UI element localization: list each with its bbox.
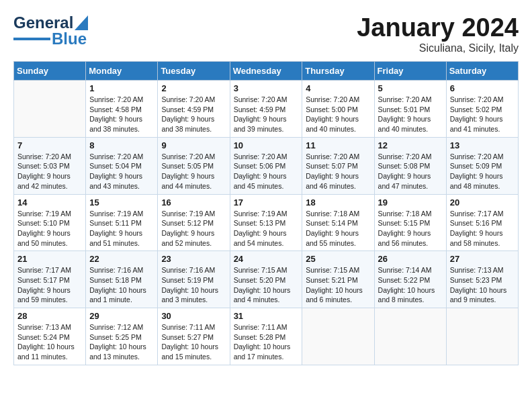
day-number: 21 <box>17 254 82 264</box>
calendar-cell: 13Sunrise: 7:20 AM Sunset: 5:09 PM Dayli… <box>446 137 518 194</box>
calendar-cell <box>302 308 374 365</box>
day-info: Sunrise: 7:20 AM Sunset: 5:06 PM Dayligh… <box>234 152 299 191</box>
day-number: 14 <box>17 197 82 208</box>
day-number: 8 <box>89 140 154 150</box>
calendar-cell: 23Sunrise: 7:16 AM Sunset: 5:19 PM Dayli… <box>158 251 230 308</box>
calendar-cell: 18Sunrise: 7:18 AM Sunset: 5:14 PM Dayli… <box>302 194 374 251</box>
weekday-monday: Monday <box>86 62 158 81</box>
day-number: 17 <box>234 197 299 208</box>
day-info: Sunrise: 7:13 AM Sunset: 5:23 PM Dayligh… <box>450 265 515 305</box>
calendar-cell <box>374 308 446 365</box>
calendar-cell: 5Sunrise: 7:20 AM Sunset: 5:01 PM Daylig… <box>374 81 446 138</box>
calendar-cell: 14Sunrise: 7:19 AM Sunset: 5:10 PM Dayli… <box>14 194 86 251</box>
day-info: Sunrise: 7:19 AM Sunset: 5:11 PM Dayligh… <box>89 209 154 248</box>
day-info: Sunrise: 7:18 AM Sunset: 5:15 PM Dayligh… <box>378 209 443 248</box>
week-row-4: 21Sunrise: 7:17 AM Sunset: 5:17 PM Dayli… <box>14 251 519 308</box>
calendar-cell: 27Sunrise: 7:13 AM Sunset: 5:23 PM Dayli… <box>446 251 518 308</box>
calendar-cell: 24Sunrise: 7:15 AM Sunset: 5:20 PM Dayli… <box>230 251 302 308</box>
day-info: Sunrise: 7:19 AM Sunset: 5:10 PM Dayligh… <box>17 209 82 248</box>
calendar-cell: 25Sunrise: 7:15 AM Sunset: 5:21 PM Dayli… <box>302 251 374 308</box>
day-number: 28 <box>17 311 82 321</box>
day-info: Sunrise: 7:20 AM Sunset: 5:09 PM Dayligh… <box>450 152 515 191</box>
calendar-cell <box>14 81 86 138</box>
svg-marker-0 <box>75 15 88 30</box>
day-number: 1 <box>89 83 154 93</box>
day-info: Sunrise: 7:14 AM Sunset: 5:22 PM Dayligh… <box>378 265 443 305</box>
day-number: 16 <box>161 197 226 208</box>
day-number: 19 <box>378 197 443 208</box>
day-info: Sunrise: 7:20 AM Sunset: 5:01 PM Dayligh… <box>378 95 443 134</box>
calendar-cell: 31Sunrise: 7:11 AM Sunset: 5:28 PM Dayli… <box>230 308 302 365</box>
day-number: 22 <box>89 254 154 264</box>
day-number: 6 <box>450 83 515 93</box>
day-number: 25 <box>306 254 370 264</box>
day-number: 29 <box>89 311 154 321</box>
calendar-table: SundayMondayTuesdayWednesdayThursdayFrid… <box>13 61 519 365</box>
calendar-cell: 16Sunrise: 7:19 AM Sunset: 5:12 PM Dayli… <box>158 194 230 251</box>
page-header: General Blue January 2024 Siculiana, Sic… <box>13 13 519 54</box>
calendar-cell: 8Sunrise: 7:20 AM Sunset: 5:04 PM Daylig… <box>86 137 158 194</box>
day-info: Sunrise: 7:20 AM Sunset: 5:03 PM Dayligh… <box>17 152 82 191</box>
logo: General Blue <box>13 13 88 48</box>
weekday-friday: Friday <box>374 62 446 81</box>
calendar-cell: 4Sunrise: 7:20 AM Sunset: 5:00 PM Daylig… <box>302 81 374 138</box>
day-number: 31 <box>234 311 299 321</box>
day-info: Sunrise: 7:16 AM Sunset: 5:19 PM Dayligh… <box>161 265 226 305</box>
day-number: 5 <box>378 83 443 93</box>
week-row-5: 28Sunrise: 7:13 AM Sunset: 5:24 PM Dayli… <box>14 308 519 365</box>
calendar-cell: 19Sunrise: 7:18 AM Sunset: 5:15 PM Dayli… <box>374 194 446 251</box>
day-info: Sunrise: 7:19 AM Sunset: 5:12 PM Dayligh… <box>161 209 226 248</box>
weekday-saturday: Saturday <box>446 62 518 81</box>
day-number: 20 <box>450 197 515 208</box>
weekday-header-row: SundayMondayTuesdayWednesdayThursdayFrid… <box>14 62 519 81</box>
calendar-cell: 15Sunrise: 7:19 AM Sunset: 5:11 PM Dayli… <box>86 194 158 251</box>
calendar-cell: 11Sunrise: 7:20 AM Sunset: 5:07 PM Dayli… <box>302 137 374 194</box>
day-info: Sunrise: 7:19 AM Sunset: 5:13 PM Dayligh… <box>234 209 299 248</box>
day-number: 18 <box>306 197 370 208</box>
weekday-tuesday: Tuesday <box>158 62 230 81</box>
day-number: 2 <box>161 83 226 93</box>
day-number: 30 <box>161 311 226 321</box>
logo-triangle-icon <box>75 15 88 30</box>
logo-line-icon <box>13 38 50 41</box>
day-info: Sunrise: 7:15 AM Sunset: 5:20 PM Dayligh… <box>234 265 299 305</box>
day-info: Sunrise: 7:20 AM Sunset: 5:02 PM Dayligh… <box>450 95 515 134</box>
day-number: 4 <box>306 83 370 93</box>
day-number: 7 <box>17 140 82 150</box>
calendar-cell: 20Sunrise: 7:17 AM Sunset: 5:16 PM Dayli… <box>446 194 518 251</box>
calendar-cell: 21Sunrise: 7:17 AM Sunset: 5:17 PM Dayli… <box>14 251 86 308</box>
day-number: 10 <box>234 140 299 150</box>
calendar-cell <box>446 308 518 365</box>
day-number: 23 <box>161 254 226 264</box>
day-number: 13 <box>450 140 515 150</box>
day-info: Sunrise: 7:15 AM Sunset: 5:21 PM Dayligh… <box>306 265 370 305</box>
day-info: Sunrise: 7:20 AM Sunset: 4:59 PM Dayligh… <box>161 95 226 134</box>
week-row-2: 7Sunrise: 7:20 AM Sunset: 5:03 PM Daylig… <box>14 137 519 194</box>
day-number: 3 <box>234 83 299 93</box>
location: Siculiana, Sicily, Italy <box>357 42 519 54</box>
month-title: January 2024 <box>357 13 519 42</box>
day-number: 11 <box>306 140 370 150</box>
calendar-cell: 3Sunrise: 7:20 AM Sunset: 4:59 PM Daylig… <box>230 81 302 138</box>
day-number: 9 <box>161 140 226 150</box>
day-info: Sunrise: 7:20 AM Sunset: 5:07 PM Dayligh… <box>306 152 370 191</box>
calendar-cell: 12Sunrise: 7:20 AM Sunset: 5:08 PM Dayli… <box>374 137 446 194</box>
day-number: 15 <box>89 197 154 208</box>
weekday-sunday: Sunday <box>14 62 86 81</box>
calendar-cell: 2Sunrise: 7:20 AM Sunset: 4:59 PM Daylig… <box>158 81 230 138</box>
week-row-3: 14Sunrise: 7:19 AM Sunset: 5:10 PM Dayli… <box>14 194 519 251</box>
day-info: Sunrise: 7:12 AM Sunset: 5:25 PM Dayligh… <box>89 322 154 362</box>
day-info: Sunrise: 7:17 AM Sunset: 5:17 PM Dayligh… <box>17 265 82 305</box>
day-info: Sunrise: 7:11 AM Sunset: 5:28 PM Dayligh… <box>234 322 299 362</box>
day-info: Sunrise: 7:13 AM Sunset: 5:24 PM Dayligh… <box>17 322 82 362</box>
day-info: Sunrise: 7:16 AM Sunset: 5:18 PM Dayligh… <box>89 265 154 305</box>
day-info: Sunrise: 7:20 AM Sunset: 5:04 PM Dayligh… <box>89 152 154 191</box>
calendar-body: 1Sunrise: 7:20 AM Sunset: 4:58 PM Daylig… <box>14 81 519 365</box>
title-block: January 2024 Siculiana, Sicily, Italy <box>357 13 519 54</box>
calendar-cell: 10Sunrise: 7:20 AM Sunset: 5:06 PM Dayli… <box>230 137 302 194</box>
day-info: Sunrise: 7:20 AM Sunset: 4:59 PM Dayligh… <box>234 95 299 134</box>
week-row-1: 1Sunrise: 7:20 AM Sunset: 4:58 PM Daylig… <box>14 81 519 138</box>
calendar-cell: 26Sunrise: 7:14 AM Sunset: 5:22 PM Dayli… <box>374 251 446 308</box>
day-number: 12 <box>378 140 443 150</box>
day-number: 26 <box>378 254 443 264</box>
